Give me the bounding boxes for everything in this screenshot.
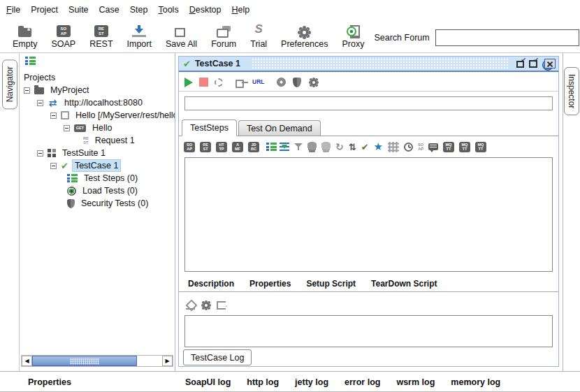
tree-horizontal-scrollbar[interactable]: ◀ ▶ bbox=[21, 355, 173, 367]
testcase-tab[interactable]: Test On Demand bbox=[238, 120, 321, 136]
goto-step-icon[interactable] bbox=[349, 142, 356, 152]
export-log-icon[interactable] bbox=[217, 301, 226, 310]
close-window-icon[interactable] bbox=[544, 59, 556, 68]
scroll-right-button[interactable]: ▶ bbox=[162, 356, 173, 366]
soap-request-step-icon[interactable]: SO AP bbox=[184, 142, 195, 152]
tree-item[interactable]: Projects bbox=[20, 71, 175, 84]
toolbar-button[interactable]: RE ST REST bbox=[87, 19, 115, 52]
menu-item[interactable]: Step bbox=[130, 5, 148, 15]
inspector-tab[interactable]: TearDown Script bbox=[371, 279, 437, 289]
mqtt-publish-step-icon[interactable]: MQ TT bbox=[443, 142, 454, 152]
inspector-tab[interactable]: Properties bbox=[249, 279, 291, 289]
tree-expander-icon[interactable] bbox=[37, 100, 43, 106]
menu-item[interactable]: Case bbox=[99, 5, 119, 15]
tree-expander-icon[interactable] bbox=[64, 125, 70, 131]
mockresponse-step-icon[interactable] bbox=[388, 142, 399, 152]
tree-expander-icon[interactable] bbox=[50, 163, 57, 169]
testcase-log-area[interactable] bbox=[184, 315, 553, 347]
testcase-tab[interactable]: TestSteps bbox=[182, 119, 237, 136]
toolbar-button[interactable]: SO AP SOAP bbox=[49, 19, 78, 52]
log-bar-item[interactable]: memory log bbox=[451, 377, 500, 387]
search-forum-input[interactable] bbox=[435, 29, 579, 46]
toolbar-button[interactable]: Trial bbox=[248, 19, 269, 52]
menu-item[interactable]: Desktop bbox=[189, 5, 222, 15]
tree-item[interactable]: MyProject bbox=[20, 84, 175, 96]
log-bar-item[interactable]: wsrm log bbox=[396, 377, 435, 387]
mqtt-receive-step-icon[interactable]: MQ TT bbox=[475, 142, 486, 152]
jdbc-request-step-icon[interactable]: JD BC bbox=[248, 142, 259, 152]
testcase-log-tab[interactable]: TestCase Log bbox=[183, 349, 252, 365]
log-bar-item[interactable]: error log bbox=[345, 377, 380, 387]
datasink-step-icon[interactable] bbox=[321, 142, 331, 150]
toolbar-button-label: SOAP bbox=[49, 38, 78, 50]
menu-item[interactable]: Tools bbox=[158, 5, 178, 15]
tree-expander-icon[interactable] bbox=[37, 150, 43, 157]
tree-item[interactable]: http://localhost:8080 bbox=[20, 96, 175, 109]
minimize-window-icon[interactable] bbox=[516, 59, 525, 68]
restore-window-icon[interactable] bbox=[529, 59, 538, 68]
create-loadtest-icon[interactable] bbox=[277, 78, 286, 87]
navigator-strip: Navigator bbox=[0, 53, 19, 371]
manual-teststep-icon[interactable] bbox=[428, 143, 438, 150]
mqtt-subscribe-step-icon[interactable]: MQ TT bbox=[459, 142, 470, 152]
tree-item-label: MyProject bbox=[48, 85, 92, 96]
log-options-gear-icon[interactable] bbox=[203, 302, 210, 309]
tree-item-label: Security Tests (0) bbox=[79, 198, 150, 209]
scrollbar-thumb[interactable] bbox=[32, 356, 137, 366]
run-testcase-icon[interactable] bbox=[184, 78, 193, 87]
tree-item[interactable]: TestSuite 1 bbox=[20, 147, 175, 159]
toolbar-button-label: Import bbox=[125, 38, 154, 50]
menu-item[interactable]: Suite bbox=[68, 5, 89, 15]
clear-log-icon[interactable] bbox=[186, 301, 196, 310]
assertion-step-icon[interactable] bbox=[361, 142, 369, 152]
tree-item[interactable]: Hello [/MyServer/rest/hello bbox=[20, 109, 175, 122]
tree-expander-icon[interactable] bbox=[24, 87, 30, 94]
toolbar-button[interactable]: Proxy bbox=[340, 19, 367, 52]
testcase-titlebar[interactable]: ✔ TestCase 1 bbox=[179, 57, 558, 72]
property-transfer-step-icon[interactable] bbox=[294, 143, 303, 151]
auth-key-icon[interactable] bbox=[235, 79, 248, 86]
http-request-step-icon[interactable]: HT TP bbox=[216, 142, 227, 152]
properties-label[interactable]: Properties bbox=[28, 377, 71, 387]
tree-item[interactable]: Security Tests (0) bbox=[20, 197, 175, 210]
tree-item[interactable]: Load Tests (0) bbox=[20, 184, 175, 197]
teststep-list-icon[interactable] bbox=[266, 143, 277, 151]
delay-step-icon[interactable] bbox=[404, 143, 413, 152]
groovy-script-step-icon[interactable] bbox=[374, 140, 383, 153]
scrollbar-track[interactable] bbox=[137, 356, 162, 366]
menu-item[interactable]: File bbox=[6, 5, 20, 15]
scroll-left-button[interactable]: ◀ bbox=[22, 356, 32, 366]
inspector-tab[interactable]: Description bbox=[188, 279, 234, 289]
tree-item[interactable]: GET Hello bbox=[20, 122, 175, 134]
toolbar-button[interactable]: Preferences bbox=[279, 19, 330, 52]
datasource-step-icon[interactable] bbox=[307, 142, 317, 150]
soap-mock-step-icon[interactable]: SO AP bbox=[418, 143, 423, 151]
stop-testcase-icon[interactable] bbox=[199, 78, 208, 87]
create-securitytest-icon[interactable] bbox=[293, 78, 301, 87]
toolbar-button[interactable]: Empty bbox=[10, 19, 39, 52]
options-gear-icon[interactable] bbox=[310, 79, 317, 86]
menu-item[interactable]: Project bbox=[31, 5, 58, 15]
amf-request-step-icon[interactable]: A MF bbox=[232, 142, 243, 152]
tree-expander-icon[interactable] bbox=[50, 112, 57, 119]
toolbar-button[interactable]: Save All bbox=[164, 19, 199, 52]
tree-item[interactable]: Test Steps (0) bbox=[20, 172, 175, 184]
rest-request-step-icon[interactable]: RE ST bbox=[200, 142, 211, 152]
toolbar-button[interactable]: Import bbox=[125, 19, 154, 52]
navigator-tab[interactable]: Navigator bbox=[2, 59, 17, 109]
set-endpoint-url-icon[interactable]: URL bbox=[252, 79, 264, 86]
log-bar-item[interactable]: SoapUI log bbox=[185, 377, 231, 387]
menu-item[interactable]: Help bbox=[232, 5, 250, 15]
tree-item[interactable]: RE ST Request 1 bbox=[20, 134, 175, 147]
inspector-tab[interactable]: Setup Script bbox=[306, 279, 356, 289]
log-bar-item[interactable]: jetty log bbox=[295, 377, 328, 387]
log-bar-item[interactable]: http log bbox=[247, 377, 279, 387]
inspector-tab[interactable]: Inspector bbox=[564, 67, 579, 115]
insert-step-icon[interactable] bbox=[280, 143, 289, 151]
toolbar-button[interactable]: Forum bbox=[209, 19, 238, 52]
run-testcase-step-icon[interactable] bbox=[335, 141, 344, 152]
run-loop-icon[interactable] bbox=[215, 78, 223, 87]
teststeps-colored-icon[interactable] bbox=[25, 57, 36, 65]
teststeps-list-area[interactable] bbox=[184, 157, 553, 272]
tree-item[interactable]: TestCase 1 bbox=[20, 159, 175, 172]
